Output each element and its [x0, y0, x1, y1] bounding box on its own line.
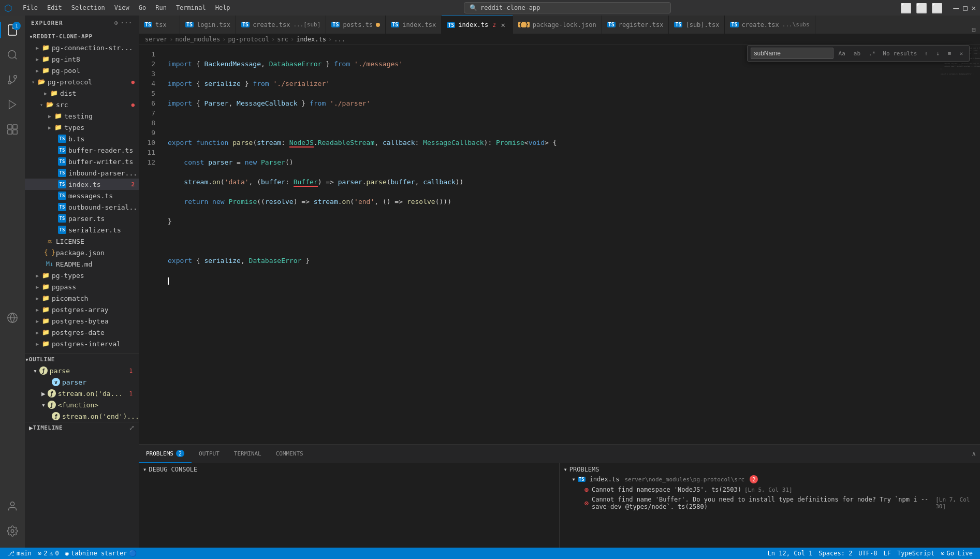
- maximize-button[interactable]: □: [963, 4, 967, 12]
- tree-item-license[interactable]: ⚖ LICENSE: [25, 236, 139, 247]
- activity-item-extensions[interactable]: [0, 117, 25, 142]
- find-match-case-button[interactable]: Aa: [836, 49, 849, 58]
- breadcrumb-src[interactable]: src: [277, 36, 288, 43]
- tree-item-postgres-interval[interactable]: ▶ 📁 postgres-interval: [25, 338, 139, 349]
- status-branch[interactable]: ⎇ main: [4, 548, 35, 559]
- tree-item-package-json[interactable]: { } package.json: [25, 247, 139, 258]
- breadcrumb-server[interactable]: server: [145, 36, 167, 43]
- tab-index-ts[interactable]: TS index.ts 2 ✕: [442, 16, 513, 34]
- activity-item-search[interactable]: [0, 42, 25, 67]
- tree-item-pg-connection[interactable]: ▶ 📁 pg-connection-str...: [25, 42, 139, 53]
- activity-item-remote[interactable]: [0, 305, 25, 330]
- outline-function[interactable]: ▾ ƒ <function>: [25, 399, 139, 410]
- tab-close-button[interactable]: ✕: [499, 21, 507, 29]
- activity-item-accounts[interactable]: [0, 494, 25, 519]
- layout-icon-1[interactable]: ⬜: [900, 3, 912, 13]
- tree-item-types[interactable]: ▶ 📁 types: [25, 122, 139, 133]
- tree-item-testing[interactable]: ▶ 📁 testing: [25, 110, 139, 122]
- problems-header[interactable]: ▾ PROBLEMS: [560, 465, 981, 474]
- outline-section-header[interactable]: ▾ OUTLINE: [25, 354, 139, 365]
- panel-tab-terminal[interactable]: TERMINAL: [227, 445, 269, 463]
- breadcrumb-pg-protocol[interactable]: pg-protocol: [228, 36, 269, 43]
- tree-item-inbound-parser[interactable]: TS inbound-parser....: [25, 167, 139, 179]
- tab-tsx[interactable]: TS tsx: [139, 16, 180, 34]
- tree-item-pg-protocol[interactable]: ▾ 📂 pg-protocol ●: [25, 76, 139, 87]
- project-root[interactable]: ▾ REDDIT-CLONE-APP: [25, 31, 139, 42]
- tree-item-pg-pool[interactable]: ▶ 📁 pg-pool: [25, 65, 139, 76]
- status-spaces[interactable]: Spaces: 2: [815, 548, 855, 559]
- activity-item-explorer[interactable]: 1: [0, 18, 25, 42]
- find-prev-button[interactable]: ↑: [922, 49, 931, 58]
- tree-item-postgres-date[interactable]: ▶ 📁 postgres-date: [25, 327, 139, 338]
- tab-index-tsx[interactable]: TS index.tsx: [386, 16, 442, 34]
- panel-tab-problems[interactable]: PROBLEMS 2: [139, 445, 192, 463]
- activity-item-scm[interactable]: [0, 67, 25, 92]
- minimize-button[interactable]: —: [953, 3, 959, 13]
- timeline-expand-icon[interactable]: ⤢: [129, 424, 135, 432]
- global-search-bar[interactable]: 🔍 reddit-clone-app: [464, 2, 671, 13]
- problems-file-header[interactable]: ▾ TS index.ts server\node_modules\pg-pro…: [568, 474, 981, 484]
- tree-item-picomatch[interactable]: ▶ 📁 picomatch: [25, 292, 139, 304]
- menu-file[interactable]: File: [19, 3, 42, 12]
- status-errors[interactable]: ⊗ 2 ⚠ 0: [35, 548, 62, 559]
- timeline-header[interactable]: ▶ TIMELINE ⤢: [25, 422, 139, 433]
- tree-item-dist[interactable]: ▶ 📁 dist: [25, 87, 139, 99]
- menu-terminal[interactable]: Terminal: [172, 3, 210, 12]
- layout-icon-2[interactable]: ⬜: [916, 3, 927, 13]
- activity-item-settings[interactable]: [0, 519, 25, 543]
- close-button[interactable]: ✕: [972, 4, 976, 12]
- find-close-button[interactable]: ✕: [956, 49, 966, 58]
- find-next-button[interactable]: ↓: [933, 49, 943, 58]
- tree-item-pg-int8[interactable]: ▶ 📁 pg-int8: [25, 53, 139, 65]
- menu-edit[interactable]: Edit: [43, 3, 66, 12]
- menu-help[interactable]: Help: [211, 3, 235, 12]
- outline-stream-on-end[interactable]: ƒ stream.on('end')...: [25, 410, 139, 422]
- layout-icon-3[interactable]: ⬜: [931, 3, 943, 13]
- tab-login-tsx[interactable]: TS login.tsx: [180, 16, 236, 34]
- tree-item-b-ts[interactable]: TS b.ts: [25, 133, 139, 144]
- panel-tab-output[interactable]: OUTPUT: [192, 445, 227, 463]
- activity-item-debug[interactable]: [0, 92, 25, 117]
- tree-item-parser[interactable]: TS parser.ts: [25, 213, 139, 224]
- tab-posts-ts[interactable]: TS posts.ts: [326, 16, 386, 34]
- status-position[interactable]: Ln 12, Col 1: [765, 548, 816, 559]
- menu-selection[interactable]: Selection: [67, 3, 109, 12]
- tree-item-postgres-array[interactable]: ▶ 📁 postgres-array: [25, 304, 139, 315]
- status-encoding[interactable]: UTF-8: [855, 548, 880, 559]
- problem-item-1[interactable]: ⊗ Cannot find namespace 'NodeJS'. ts(250…: [568, 484, 981, 495]
- new-file-icon[interactable]: ⊕: [114, 20, 119, 26]
- tree-item-postgres-bytea[interactable]: ▶ 📁 postgres-bytea: [25, 315, 139, 327]
- status-extension[interactable]: ◉ tabnine starter 🔵: [62, 548, 140, 559]
- tab-create-tsx[interactable]: TS create.tsx ...[sub]: [236, 16, 326, 34]
- problem-item-2[interactable]: ⊗ Cannot find name 'Buffer'. Do you need…: [568, 495, 981, 511]
- menu-go[interactable]: Go: [135, 3, 150, 12]
- menu-run[interactable]: Run: [151, 3, 171, 12]
- code-content[interactable]: import { BackendMessage, DatabaseError }…: [159, 45, 939, 444]
- tree-item-outbound[interactable]: TS outbound-serial...: [25, 201, 139, 213]
- find-input[interactable]: [751, 48, 833, 59]
- tab-register[interactable]: TS register.tsx: [602, 16, 669, 34]
- outline-stream-on-data[interactable]: ▶ ƒ stream.on('da... 1: [25, 388, 139, 399]
- tab-package-lock[interactable]: { } package-lock.json: [513, 16, 602, 34]
- outline-parser[interactable]: v parser: [25, 376, 139, 388]
- debug-console-header[interactable]: ▾ DEBUG CONSOLE: [139, 465, 559, 474]
- tree-item-buffer-reader[interactable]: TS buffer-reader.ts: [25, 144, 139, 156]
- tree-item-messages[interactable]: TS messages.ts: [25, 190, 139, 201]
- status-live-share[interactable]: ⊙ Go Live: [938, 548, 976, 559]
- breadcrumb-node-modules[interactable]: node_modules: [175, 36, 221, 43]
- tree-item-pg-types[interactable]: ▶ 📁 pg-types: [25, 270, 139, 281]
- more-actions-icon[interactable]: ···: [121, 20, 133, 26]
- tab-create-tsx-subs[interactable]: TS create.tsx ...\subs: [725, 16, 815, 34]
- tab-sub-tsx[interactable]: TS [sub].tsx: [669, 16, 725, 34]
- menu-view[interactable]: View: [110, 3, 134, 12]
- outline-parse[interactable]: ▾ ƒ parse 1: [25, 365, 139, 376]
- breadcrumb-file[interactable]: index.ts: [296, 36, 326, 43]
- status-line-ending[interactable]: LF: [880, 548, 894, 559]
- panel-collapse-button[interactable]: ∧: [972, 450, 976, 458]
- panel-tab-comments[interactable]: COMMENTS: [269, 445, 311, 463]
- find-regex-button[interactable]: .*: [866, 49, 879, 58]
- split-editor-icon[interactable]: ⊟: [972, 26, 976, 34]
- tree-item-serializer[interactable]: TS serializer.ts: [25, 224, 139, 236]
- tree-item-buffer-writer[interactable]: TS buffer-writer.ts: [25, 156, 139, 167]
- tree-item-pgpass[interactable]: ▶ 📁 pgpass: [25, 281, 139, 292]
